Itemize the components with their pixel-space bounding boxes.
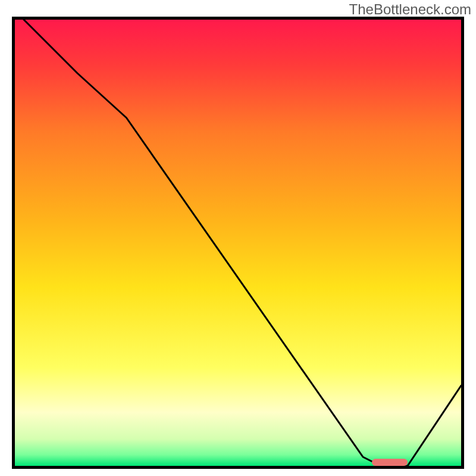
plot-background	[15, 20, 461, 466]
watermark-text: TheBottleneck.com	[349, 1, 471, 18]
chart-container: TheBottleneck.com	[0, 0, 476, 476]
optimal-marker	[372, 459, 408, 466]
bottleneck-chart	[12, 17, 464, 469]
